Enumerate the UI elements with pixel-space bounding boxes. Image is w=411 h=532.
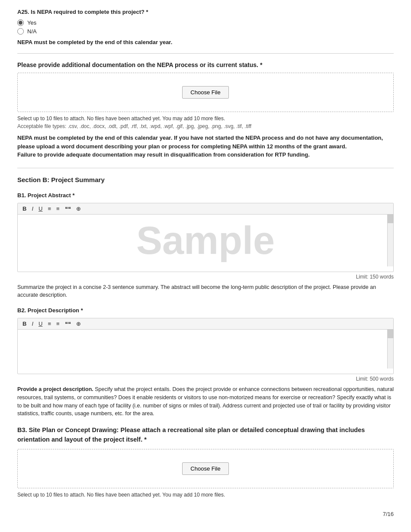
b2-underline-btn[interactable]: U <box>37 320 44 327</box>
b1-limit: Limit: 150 words <box>17 274 394 280</box>
a25-na-label: N/A <box>27 28 37 35</box>
b3-file-upload-box: Choose File <box>17 449 394 488</box>
a25-radio-group: Yes N/A <box>17 19 394 35</box>
b2-ul-btn[interactable]: ≡ <box>46 320 52 327</box>
a25-yes-option[interactable]: Yes <box>17 19 394 26</box>
a25-na-option[interactable]: N/A <box>17 28 394 35</box>
b1-sample-watermark: Sample <box>136 218 275 263</box>
b2-content[interactable] <box>18 330 393 369</box>
b1-label: B1. Project Abstract * <box>17 192 394 199</box>
a25-notice: NEPA must be completed by the end of thi… <box>17 39 394 45</box>
page-number: 7/16 <box>17 511 394 517</box>
b2-bold-btn[interactable]: B <box>21 320 28 327</box>
a25-yes-radio[interactable] <box>17 19 24 26</box>
b2-label: B2. Project Description * <box>17 307 394 314</box>
b1-toolbar: B I U ≡ ≡ ❝❝ ⊕ <box>18 203 393 215</box>
b2-helper-bold: Provide a project description. <box>17 386 93 392</box>
b2-scrollbar-thumb[interactable] <box>388 330 393 338</box>
b2-helper: Provide a project description. Specify w… <box>17 385 394 418</box>
nepa-choose-file-button[interactable]: Choose File <box>182 86 228 99</box>
b1-quote-btn[interactable]: ❝❝ <box>64 205 72 212</box>
b3-label: B3. Site Plan or Concept Drawing: Please… <box>17 426 394 445</box>
b2-editor[interactable]: B I U ≡ ≡ ❝❝ ⊕ <box>17 318 394 374</box>
b1-ul-btn[interactable]: ≡ <box>46 205 52 212</box>
divider-2 <box>17 168 394 168</box>
nepa-file-types: Acceptable file types: .csv, .doc, .docx… <box>17 123 394 129</box>
b2-toolbar: B I U ≡ ≡ ❝❝ ⊕ <box>18 318 393 330</box>
b2-quote-btn[interactable]: ❝❝ <box>64 320 72 327</box>
b1-scrollbar[interactable] <box>387 215 393 266</box>
a25-label: A25. Is NEPA required to complete this p… <box>17 9 394 15</box>
a25-na-radio[interactable] <box>17 28 24 35</box>
nepa-warning: NEPA must be completed by the end of thi… <box>17 134 394 159</box>
b1-bold-btn[interactable]: B <box>21 205 28 212</box>
nepa-doc-label: Please provide additional documentation … <box>17 61 394 68</box>
a25-yes-label: Yes <box>27 19 36 26</box>
b1-helper: Summarize the project in a concise 2-3 s… <box>17 283 394 300</box>
b2-scrollbar[interactable] <box>387 330 393 369</box>
b1-content[interactable]: Sample <box>18 215 393 266</box>
nepa-file-upload-box: Choose File <box>17 73 394 112</box>
divider-1 <box>17 53 394 54</box>
b1-editor[interactable]: B I U ≡ ≡ ❝❝ ⊕ Sample <box>17 203 394 272</box>
b2-ol-btn[interactable]: ≡ <box>55 320 61 327</box>
section-b-title: Section B: Project Summary <box>17 176 394 183</box>
b1-ol-btn[interactable]: ≡ <box>55 205 61 212</box>
nepa-file-info: Select up to 10 files to attach. No file… <box>17 115 394 122</box>
b2-italic-btn[interactable]: I <box>30 320 35 327</box>
b1-scrollbar-thumb[interactable] <box>388 215 393 223</box>
b3-choose-file-button[interactable]: Choose File <box>182 462 228 475</box>
b2-limit: Limit: 500 words <box>17 376 394 382</box>
b1-underline-btn[interactable]: U <box>37 205 44 212</box>
b1-italic-btn[interactable]: I <box>30 205 35 212</box>
b3-file-info: Select up to 10 files to attach. No file… <box>17 492 394 498</box>
b2-link-btn[interactable]: ⊕ <box>75 320 82 327</box>
b1-link-btn[interactable]: ⊕ <box>75 205 82 212</box>
